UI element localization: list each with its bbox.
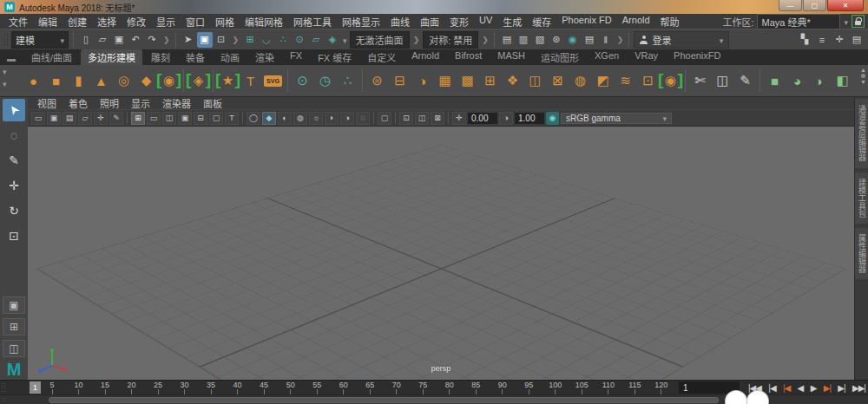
poly-disc-icon[interactable]: ◉ <box>158 70 180 92</box>
lasso-select-tool[interactable]: ◌ <box>3 124 25 147</box>
close-button[interactable]: ✕ <box>827 0 864 11</box>
snap-to-curve-icon[interactable]: ◡ <box>259 32 274 48</box>
frame-tick[interactable]: 5 <box>43 381 61 394</box>
menu-item[interactable]: 缓存 <box>527 15 556 29</box>
pane-arrangement-icon[interactable]: ◫ <box>415 112 429 125</box>
svg-icon[interactable] <box>262 70 284 92</box>
exposure-field[interactable]: 0.00 <box>468 113 497 124</box>
poly-platonic-icon[interactable]: ◈ <box>187 70 209 92</box>
frame-tick[interactable]: 115 <box>626 381 643 394</box>
workspace-dropdown[interactable]: Maya 经典* <box>757 14 840 29</box>
target-weld-icon[interactable]: ⊡ <box>637 70 659 92</box>
duplicate-icon[interactable]: ≋ <box>615 70 636 92</box>
light-editor-icon[interactable]: ▤ <box>582 32 597 48</box>
create-locator-icon[interactable]: ∴ <box>337 70 358 92</box>
hypershade-icon[interactable]: ◉ <box>565 32 581 48</box>
current-frame-marker[interactable]: 1 <box>30 381 41 394</box>
film-gate-icon[interactable]: ▭ <box>147 112 161 125</box>
play-backwards-button[interactable]: ◀ <box>798 383 804 393</box>
frame-tick[interactable]: 10 <box>70 381 88 394</box>
select-hierarchy-icon[interactable]: ➤ <box>181 32 196 48</box>
panel-menu-item[interactable]: 显示 <box>127 96 155 110</box>
shelf-tab[interactable]: FX 缓存 <box>311 49 358 65</box>
frame-tick[interactable]: 35 <box>202 381 220 394</box>
contrast-icon[interactable]: ◑ <box>499 112 513 125</box>
insert-edge-loop-icon[interactable]: ◫ <box>712 70 733 92</box>
frame-tick[interactable]: 100 <box>547 381 564 394</box>
combine-icon[interactable]: ⊜ <box>366 70 388 92</box>
frame-tick[interactable]: 20 <box>123 381 141 394</box>
undo-icon[interactable]: ↶ <box>128 32 143 48</box>
safe-title-icon[interactable]: T <box>225 112 239 125</box>
menu-item[interactable]: 编辑网格 <box>240 15 288 29</box>
shelf-tab[interactable]: MASH <box>490 49 532 65</box>
shelf-tab[interactable]: FX <box>283 49 309 65</box>
frame-tick[interactable]: 70 <box>388 381 405 394</box>
menu-item[interactable]: Arnold <box>617 15 655 29</box>
use-default-material-icon[interactable]: ◍ <box>293 112 307 125</box>
shelf-collapse-icon[interactable]: ▬ <box>7 54 16 63</box>
active-surface-field[interactable]: 无激活曲面 <box>350 31 410 49</box>
sculpt-smooth-icon[interactable]: ◕ <box>786 70 808 92</box>
maximize-button[interactable]: ▢ <box>803 0 826 11</box>
pause-viewport-icon[interactable]: ‖ <box>598 32 614 48</box>
drag-grip[interactable] <box>3 33 9 47</box>
menu-item[interactable]: 文件 <box>3 15 33 29</box>
frame-tick[interactable]: 80 <box>441 381 458 394</box>
color-management-icon[interactable]: ◉ <box>546 112 559 125</box>
range-slider-bar[interactable] <box>49 397 719 403</box>
collapse-arrow-icon[interactable]: ❯ <box>412 36 421 44</box>
mirror-icon[interactable]: ◑ <box>411 70 433 92</box>
frame-tick[interactable]: 65 <box>361 381 378 394</box>
pan-zoom-icon[interactable]: ✛ <box>94 112 108 125</box>
menu-item[interactable]: Phoenix FD <box>556 15 616 29</box>
drag-grip[interactable] <box>1 397 6 403</box>
scroll-down-icon[interactable]: ▼ <box>860 79 866 85</box>
frame-tick[interactable]: 40 <box>229 381 247 394</box>
frame-tick[interactable]: 55 <box>308 381 326 394</box>
extrude-icon[interactable]: ⊞ <box>479 70 501 92</box>
rotate-tool[interactable]: ↻ <box>3 199 25 222</box>
quad-draw-icon[interactable]: ◩ <box>592 70 614 92</box>
menu-item[interactable]: 窗口 <box>181 15 210 29</box>
chevron-down-icon[interactable] <box>343 35 347 45</box>
poly-super-shape-icon[interactable]: ★ <box>217 70 239 92</box>
shelf-tab[interactable]: Bifrost <box>448 49 489 65</box>
shelf-tab[interactable]: 曲线/曲面 <box>24 49 79 65</box>
boolean-icon[interactable]: ◍ <box>569 70 591 92</box>
smooth-mesh-preview-icon[interactable]: ◉ <box>660 70 681 92</box>
menu-item[interactable]: 显示 <box>151 15 181 29</box>
sidebar-tab[interactable]: 通道盒/层编辑器 <box>855 99 868 168</box>
menu-item[interactable]: 曲面 <box>415 15 444 29</box>
joint-tool-icon[interactable]: ⊙ <box>292 70 313 92</box>
poly-sphere-icon[interactable]: ● <box>23 70 44 92</box>
maximize-viewport-icon[interactable]: ⊠ <box>431 112 444 125</box>
menu-item[interactable]: 选择 <box>92 15 122 29</box>
frame-tick[interactable]: 95 <box>520 381 537 394</box>
four-pane-layout-button[interactable]: ⊞ <box>3 318 25 336</box>
frame-tick[interactable]: 25 <box>149 381 167 394</box>
frame-tick[interactable]: 85 <box>467 381 484 394</box>
select-component-icon[interactable]: ⊡ <box>214 32 229 48</box>
menu-item[interactable]: 网格显示 <box>337 15 385 29</box>
sidebar-tab[interactable]: 建模工具包 <box>855 173 868 224</box>
sidebar-tab[interactable]: 属性编辑器 <box>855 228 868 279</box>
textured-icon[interactable]: ◐ <box>278 112 292 125</box>
snap-to-point-icon[interactable]: ∴ <box>275 32 291 48</box>
step-forward-key-button[interactable]: ▶| <box>824 383 831 393</box>
panel-menu-item[interactable]: 视图 <box>33 96 61 110</box>
step-back-key-button[interactable]: |◀ <box>783 383 790 393</box>
frame-tick[interactable]: 60 <box>335 381 352 394</box>
shelf-tab[interactable]: XGen <box>588 49 626 65</box>
modeling-toolkit-toggle-icon[interactable]: ▚ <box>797 32 812 48</box>
select-tool[interactable]: ➤ <box>3 99 25 121</box>
view-transform-dropdown[interactable]: sRGB gamma <box>561 113 672 124</box>
poly-cone-icon[interactable]: ▲ <box>90 70 112 92</box>
sculpt-relax-icon[interactable]: ◗ <box>809 70 831 92</box>
new-scene-icon[interactable]: ▯ <box>78 32 94 48</box>
save-scene-icon[interactable]: ▣ <box>111 32 127 48</box>
shelf-menu-icon[interactable] <box>3 80 7 88</box>
shelf-tab[interactable]: 动画 <box>214 49 247 65</box>
shelf-tab[interactable]: Arnold <box>404 49 446 65</box>
symmetry-field[interactable]: 对称: 禁用 <box>423 31 478 49</box>
